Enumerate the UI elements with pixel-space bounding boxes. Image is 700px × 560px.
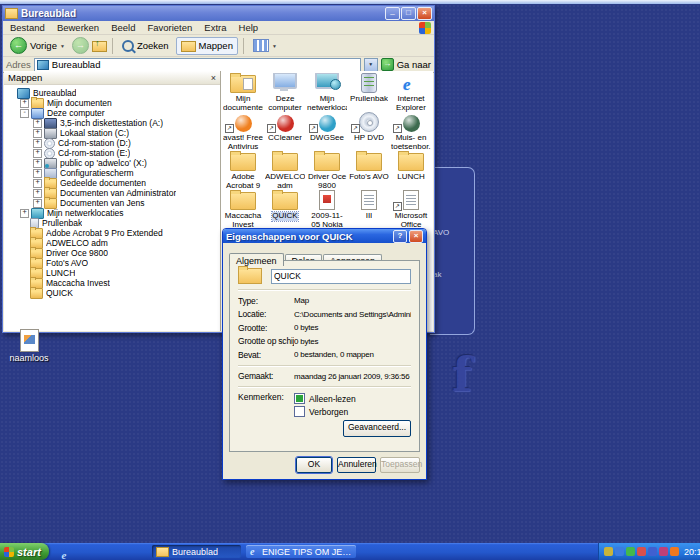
tab-algemeen[interactable]: Algemeen <box>229 253 284 266</box>
tree-expander[interactable]: + <box>33 189 42 198</box>
minimize-button[interactable] <box>385 7 400 20</box>
item-deze-computer[interactable]: Deze computer <box>264 73 306 112</box>
maximize-button[interactable] <box>401 7 416 20</box>
address-dropdown-button[interactable]: ▼ <box>364 58 378 72</box>
back-button[interactable]: Vorige ▼ <box>6 35 69 56</box>
close-pane-icon[interactable]: × <box>211 73 216 83</box>
tree-item-cd-rom-station-e[interactable]: +Cd-rom-station (E:) <box>4 148 220 158</box>
tree-item-mijn-netwerklocaties[interactable]: +Mijn netwerklocaties <box>4 208 220 218</box>
menu-extra[interactable]: Extra <box>198 21 232 34</box>
tree-item-adwelco-adm[interactable]: ADWELCO adm <box>4 238 220 248</box>
tray-icon-3[interactable] <box>626 547 635 556</box>
tree-item-deze-computer[interactable]: -Deze computer <box>4 108 220 118</box>
tree-item-foto-s-avo[interactable]: Foto's AVO <box>4 258 220 268</box>
back-dropdown-icon[interactable]: ▼ <box>60 43 65 49</box>
folder-name-input[interactable] <box>271 269 411 284</box>
tray-icon-1[interactable] <box>604 547 613 556</box>
item-microsoft-office-outl[interactable]: Microsoft Office Outl... <box>390 190 432 229</box>
item-2009-11-05-nokia-63[interactable]: 2009-11-05 Nokia 63... <box>306 190 348 229</box>
go-icon[interactable] <box>381 58 394 71</box>
item-mijn-documenten[interactable]: Mijn documenten <box>222 73 264 112</box>
item-maccacha-invest[interactable]: Maccacha Invest <box>222 190 264 229</box>
tree-item-3-5-inch-diskettestation-a[interactable]: +3,5-inch diskettestation (A:) <box>4 118 220 128</box>
taskbar-item-bureaublad[interactable]: Bureaublad <box>152 545 241 558</box>
tree-item-configuratiescherm[interactable]: +Configuratiescherm <box>4 168 220 178</box>
forward-button[interactable] <box>72 37 89 54</box>
item-ccleaner[interactable]: CCleaner <box>264 112 306 151</box>
wallpaper-watermark: f <box>452 348 472 402</box>
menu-help[interactable]: Help <box>233 21 265 34</box>
views-button[interactable]: ▼ <box>249 37 281 54</box>
item-lunch[interactable]: LUNCH <box>390 151 432 190</box>
quick-launch-ie-icon[interactable] <box>57 545 71 559</box>
tree-item-gedeelde-documenten[interactable]: +Gedeelde documenten <box>4 178 220 188</box>
item-internet-explorer[interactable]: Internet Explorer <box>390 73 432 112</box>
item-muis-en-toetsenbor[interactable]: Muis- en toetsenbor... <box>390 112 432 151</box>
go-label[interactable]: Ga naar <box>397 59 431 70</box>
address-input[interactable]: Bureaublad <box>34 58 361 72</box>
apply-button[interactable]: Toepassen <box>380 457 420 473</box>
menu-favorieten[interactable]: Favorieten <box>141 21 198 34</box>
taskbar-item-enige-tips-om-je-pc[interactable]: ENIGE TIPS OM JE PC... <box>246 545 356 558</box>
tree-expander[interactable]: + <box>33 149 42 158</box>
tree-expander[interactable]: + <box>33 159 42 168</box>
tree-item-cd-rom-station-d[interactable]: +Cd-rom-station (D:) <box>4 138 220 148</box>
tree-item-adobe-acrobat-9-pro-extended[interactable]: Adobe Acrobat 9 Pro Extended <box>4 228 220 238</box>
dialog-title-bar[interactable]: Eigenschappen voor QUICK <box>223 229 426 243</box>
tree-item-lunch[interactable]: LUNCH <box>4 268 220 278</box>
tray-icon-5[interactable] <box>648 547 657 556</box>
folder-icon <box>356 153 382 171</box>
tree-expander[interactable]: + <box>33 129 42 138</box>
checkbox-verborgen[interactable] <box>294 406 305 417</box>
item-dwgsee[interactable]: DWGSee <box>306 112 348 151</box>
tree-expander[interactable]: + <box>20 99 29 108</box>
tree-item-mijn-documenten[interactable]: +Mijn documenten <box>4 98 220 108</box>
tree-item-driver-oce-9800[interactable]: Driver Oce 9800 <box>4 248 220 258</box>
tree-item-lokaal-station-c[interactable]: +Lokaal station (C:) <box>4 128 220 138</box>
item-mijn-netwerkloca[interactable]: Mijn netwerkloca... <box>306 73 348 112</box>
up-button[interactable] <box>92 41 107 52</box>
tray-icon-7[interactable] <box>670 547 679 556</box>
item-prullenbak[interactable]: Prullenbak <box>348 73 390 112</box>
start-button[interactable]: start <box>0 543 49 560</box>
item-adwelco-adm[interactable]: ADWELCO adm <box>264 151 306 190</box>
item-driver-oce-9800[interactable]: Driver Oce 9800 <box>306 151 348 190</box>
menu-beeld[interactable]: Beeld <box>105 21 141 34</box>
search-button[interactable]: Zoeken <box>118 38 173 54</box>
item-iii[interactable]: III <box>348 190 390 229</box>
tray-icon-4[interactable] <box>637 547 646 556</box>
cancel-button[interactable]: Annuleren <box>337 457 376 473</box>
background-window[interactable]: AVOak <box>430 167 475 335</box>
tray-icon-6[interactable] <box>659 547 668 556</box>
tree-item-documenten-van-administrator[interactable]: +Documenten van Administrator <box>4 188 220 198</box>
tree-expander[interactable]: - <box>20 109 29 118</box>
tree-item-public-op-adwelco-x[interactable]: +public op 'adwelco' (X:) <box>4 158 220 168</box>
item-foto-s-avo[interactable]: Foto's AVO <box>348 151 390 190</box>
title-bar[interactable]: Bureaublad <box>3 6 434 21</box>
advanced-button[interactable]: Geavanceerd... <box>343 420 411 437</box>
menu-bestand[interactable]: Bestand <box>4 21 51 34</box>
tree-expander[interactable]: + <box>33 139 42 148</box>
tree-expander[interactable]: + <box>33 199 42 208</box>
tree-item-documenten-van-jens[interactable]: +Documenten van Jens <box>4 198 220 208</box>
item-hp-dvd[interactable]: HP DVD <box>348 112 390 151</box>
help-button[interactable] <box>393 230 407 243</box>
tree-item-quick[interactable]: QUICK <box>4 288 220 298</box>
tree-item-prullenbak[interactable]: Prullenbak <box>4 218 220 228</box>
tree-expander[interactable]: + <box>33 119 42 128</box>
tree-expander[interactable]: + <box>20 209 29 218</box>
folders-button[interactable]: Mappen <box>176 37 238 55</box>
checkbox-alleen-lezen[interactable] <box>294 393 305 404</box>
menu-bewerken[interactable]: Bewerken <box>51 21 105 34</box>
dialog-close-button[interactable] <box>409 230 423 243</box>
tray-icon-2[interactable] <box>615 547 624 556</box>
item-avast-free-antivirus[interactable]: avast! Free Antivirus <box>222 112 264 151</box>
ok-button[interactable]: OK <box>296 457 332 473</box>
item-adobe-acrobat-9[interactable]: Adobe Acrobat 9 ... <box>222 151 264 190</box>
item-quick[interactable]: QUICK <box>264 190 306 229</box>
close-button[interactable] <box>417 7 432 20</box>
tree-item-maccacha-invest[interactable]: Maccacha Invest <box>4 278 220 288</box>
desktop-item-naamloos[interactable]: naamloos <box>6 329 52 363</box>
tree-expander[interactable]: + <box>33 169 42 178</box>
tree-expander[interactable]: + <box>33 179 42 188</box>
